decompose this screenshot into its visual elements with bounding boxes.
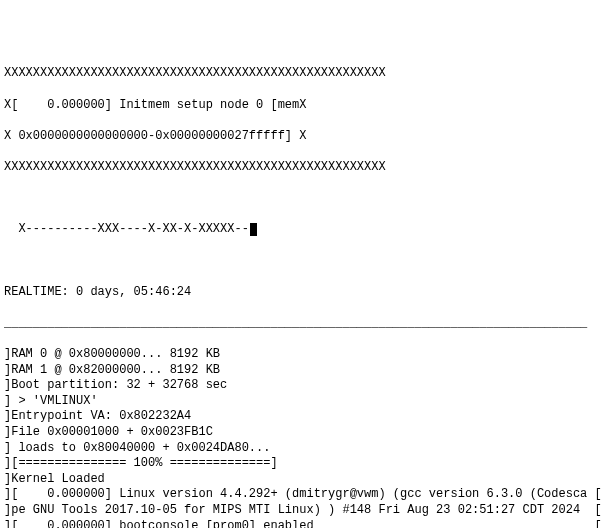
log-line: ][ 0.000000] Linux version 4.4.292+ (dmi…: [4, 487, 600, 503]
log-line: ]RAM 0 @ 0x80000000... 8192 KB: [4, 347, 600, 363]
log-line: ][ 0.000000] bootconsole [prom0] enabled…: [4, 519, 600, 528]
header-border-top: XXXXXXXXXXXXXXXXXXXXXXXXXXXXXXXXXXXXXXXX…: [4, 66, 600, 82]
log-line: ]Boot partition: 32 + 32768 sec: [4, 378, 600, 394]
log-line: ]pe GNU Tools 2017.10-05 for MIPS MTI Li…: [4, 503, 600, 519]
header-content-2: X 0x0000000000000000-0x00000000027fffff]…: [4, 129, 600, 145]
progress-line: X----------XXX----X-XX-X-XXXXX--: [4, 222, 600, 238]
blank-line: [4, 191, 600, 207]
boot-log: ]RAM 0 @ 0x80000000... 8192 KB]RAM 1 @ 0…: [4, 347, 600, 528]
log-line: ] loads to 0x80040000 + 0x0024DA80...: [4, 441, 600, 457]
log-line: ]File 0x00001000 + 0x0023FB1C: [4, 425, 600, 441]
log-line: ]Kernel Loaded: [4, 472, 600, 488]
log-line: ]Entrypoint VA: 0x802232A4: [4, 409, 600, 425]
header-border-bottom: XXXXXXXXXXXXXXXXXXXXXXXXXXXXXXXXXXXXXXXX…: [4, 160, 600, 176]
header-content-1: X[ 0.000000] Initmem setup node 0 [memX: [4, 98, 600, 114]
realtime-line: REALTIME: 0 days, 05:46:24: [4, 285, 600, 301]
progress-text: X----------XXX----X-XX-X-XXXXX--: [4, 222, 249, 236]
log-line: ] > 'VMLINUX': [4, 394, 600, 410]
cursor-icon: [250, 223, 257, 236]
log-line: ]RAM 1 @ 0x82000000... 8192 KB: [4, 363, 600, 379]
blank-line: [4, 254, 600, 270]
horizontal-rule-top: ________________________________________…: [4, 316, 600, 332]
log-line: ][=============== 100% ==============]: [4, 456, 600, 472]
